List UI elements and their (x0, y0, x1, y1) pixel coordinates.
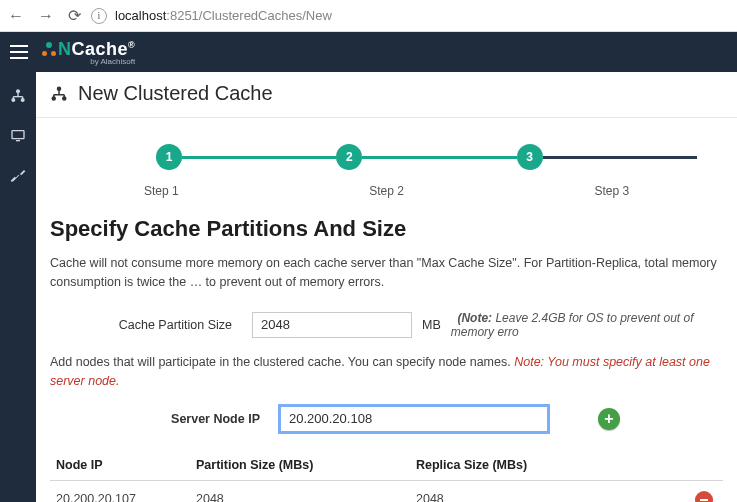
partition-size-row: Cache Partition Size MB (Note: Leave 2.4… (36, 307, 737, 353)
step-1-label: Step 1 (144, 184, 194, 198)
add-nodes-text: Add nodes that will participate in the c… (36, 353, 737, 402)
browser-toolbar: ← → ⟳ i localhost:8251/ClusteredCaches/N… (0, 0, 737, 32)
svg-rect-6 (22, 97, 23, 100)
server-node-label: Server Node IP (50, 412, 270, 426)
partition-size-label: Cache Partition Size (50, 318, 242, 332)
back-button[interactable]: ← (8, 8, 24, 24)
page-title-bar: New Clustered Cache (36, 72, 737, 118)
step-1-dot[interactable]: 1 (156, 144, 182, 170)
svg-rect-7 (12, 131, 24, 139)
step-labels: Step 1 Step 2 Step 3 (36, 176, 737, 216)
main-content: New Clustered Cache 1 2 3 Step 1 Step 2 … (36, 72, 737, 502)
step-connector (362, 156, 516, 159)
cluster-icon (10, 88, 26, 104)
step-3-dot[interactable]: 3 (517, 144, 543, 170)
svg-rect-15 (64, 94, 66, 97)
reload-button[interactable]: ⟳ (68, 8, 81, 24)
add-node-button[interactable]: + (598, 408, 620, 430)
sidebar-item-monitor[interactable] (0, 116, 36, 156)
cell-replica: 2048 (410, 480, 673, 502)
brand-byline: by Alachisoft (44, 57, 135, 66)
tools-icon (10, 168, 26, 184)
step-3-label: Step 3 (594, 184, 644, 198)
step-2-dot[interactable]: 2 (336, 144, 362, 170)
hamburger-menu-icon[interactable] (10, 45, 28, 59)
cell-partition: 2048 (190, 480, 410, 502)
forward-button[interactable]: → (38, 8, 54, 24)
sidebar-item-cluster[interactable] (0, 76, 36, 116)
col-node-ip: Node IP (50, 450, 190, 481)
server-node-input[interactable] (280, 406, 548, 432)
col-replica-size: Replica Size (MBs) (410, 450, 673, 481)
svg-rect-8 (16, 140, 20, 141)
sidebar-item-tools[interactable] (0, 156, 36, 196)
app-header: NCache® by Alachisoft (0, 32, 737, 72)
col-actions (673, 450, 723, 481)
wizard-stepper: 1 2 3 (36, 118, 737, 176)
sidebar (0, 72, 36, 502)
brand-logo: NCache® by Alachisoft (42, 39, 135, 66)
logo-graphic-icon (42, 42, 56, 56)
partition-size-hint: (Note: Leave 2.4GB for OS to prevent out… (451, 311, 723, 339)
step-connector (543, 156, 697, 159)
cell-node-ip: 20.200.20.107 (50, 480, 190, 502)
partition-size-input[interactable] (252, 312, 412, 338)
svg-rect-4 (13, 96, 22, 97)
url-text: localhost:8251/ClusteredCaches/New (115, 8, 332, 23)
nodes-table: Node IP Partition Size (MBs) Replica Siz… (50, 450, 723, 503)
step-2-label: Step 2 (369, 184, 419, 198)
svg-rect-13 (54, 94, 65, 96)
step-connector (182, 156, 336, 159)
cluster-icon (50, 85, 68, 103)
partition-size-unit: MB (422, 318, 441, 332)
section-description: Cache will not consume more memory on ea… (36, 254, 737, 307)
table-row: 20.200.20.107 2048 2048 (50, 480, 723, 502)
server-node-row: Server Node IP + (36, 402, 737, 446)
monitor-icon (10, 128, 26, 144)
svg-rect-5 (13, 97, 14, 100)
page-title: New Clustered Cache (78, 82, 273, 105)
address-bar[interactable]: i localhost:8251/ClusteredCaches/New (91, 8, 729, 24)
svg-rect-14 (53, 94, 55, 97)
site-info-icon[interactable]: i (91, 8, 107, 24)
section-heading: Specify Cache Partitions And Size (36, 216, 737, 254)
delete-node-button[interactable] (695, 491, 713, 503)
col-partition-size: Partition Size (MBs) (190, 450, 410, 481)
